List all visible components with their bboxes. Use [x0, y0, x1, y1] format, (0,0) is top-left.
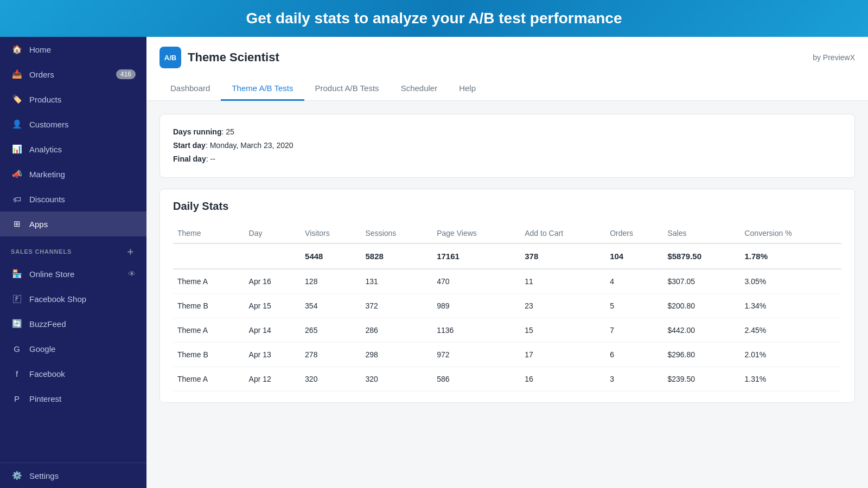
orders-badge: 416 — [116, 69, 136, 79]
table-totals-row: 5448582817161378104$5879.501.78% — [173, 243, 841, 269]
tab-scheduler[interactable]: Scheduler — [390, 77, 449, 101]
sidebar-item-apps[interactable]: ⊞ Apps — [0, 211, 146, 236]
marketing-icon: 📣 — [11, 168, 23, 180]
sidebar-item-label: Products — [29, 95, 61, 104]
totals-cell: 1.78% — [740, 243, 841, 269]
table-cell: Theme A — [173, 318, 245, 342]
totals-cell: 17161 — [432, 243, 520, 269]
table-cell: Apr 12 — [245, 367, 301, 391]
table-cell: Theme A — [173, 269, 245, 294]
final-day: Final day: -- — [173, 152, 841, 166]
home-icon: 🏠 — [11, 43, 23, 55]
sidebar-item-orders[interactable]: 📥 Orders 416 — [0, 62, 146, 87]
table-cell: 298 — [361, 342, 433, 367]
banner-text: Get daily stats to analyze your A/B test… — [246, 10, 622, 27]
app-logo: A/B — [159, 47, 181, 68]
sidebar-channel-label: Pinterest — [29, 394, 61, 403]
add-sales-channel-icon[interactable]: ＋ — [125, 245, 136, 258]
top-banner: Get daily stats to analyze your A/B test… — [0, 0, 868, 37]
sidebar-channel-label: Online Store — [29, 269, 74, 279]
table-cell: 7 — [605, 318, 663, 342]
facebook-shop-icon: 🇫 — [11, 293, 23, 305]
table-cell: 586 — [432, 367, 520, 391]
table-cell: 16 — [520, 367, 605, 391]
sidebar-item-products[interactable]: 🏷️ Products — [0, 87, 146, 112]
tabs: DashboardTheme A/B TestsProduct A/B Test… — [159, 77, 855, 100]
table-header-cell: Page Views — [432, 223, 520, 243]
daily-stats-title: Daily Stats — [173, 200, 841, 213]
sidebar-channel-label: BuzzFeed — [29, 319, 66, 329]
table-cell: 5 — [605, 293, 663, 318]
sidebar-item-buzzfeed[interactable]: 🔄 BuzzFeed — [0, 311, 146, 336]
sidebar-item-facebook-shop[interactable]: 🇫 Facebook Shop — [0, 286, 146, 311]
table-header-cell: Visitors — [301, 223, 361, 243]
sidebar-item-label: Apps — [29, 220, 48, 229]
totals-cell: 5448 — [301, 243, 361, 269]
main-content: Days running: 25 Start day: Monday, Marc… — [146, 101, 868, 488]
sidebar-item-marketing[interactable]: 📣 Marketing — [0, 162, 146, 187]
table-cell: Apr 15 — [245, 293, 301, 318]
totals-cell — [173, 243, 245, 269]
table-cell: 128 — [301, 269, 361, 294]
sidebar-item-google[interactable]: G Google — [0, 336, 146, 361]
table-cell: 4 — [605, 269, 663, 294]
totals-cell: 378 — [520, 243, 605, 269]
table-cell: 354 — [301, 293, 361, 318]
tab-theme-ab-tests[interactable]: Theme A/B Tests — [221, 77, 304, 101]
totals-cell: 104 — [605, 243, 663, 269]
table-cell: $200.80 — [663, 293, 740, 318]
table-cell: Theme B — [173, 342, 245, 367]
table-cell: 23 — [520, 293, 605, 318]
totals-cell — [245, 243, 301, 269]
table-header-cell: Day — [245, 223, 301, 243]
table-cell: Apr 14 — [245, 318, 301, 342]
sidebar-item-label: Orders — [29, 70, 54, 79]
sidebar-item-discounts[interactable]: 🏷 Discounts — [0, 187, 146, 211]
sidebar-item-label: Discounts — [29, 195, 65, 204]
table-cell: 265 — [301, 318, 361, 342]
tab-help[interactable]: Help — [448, 77, 487, 101]
facebook-icon: f — [11, 368, 23, 380]
sidebar-item-settings[interactable]: ⚙️ Settings — [0, 463, 146, 488]
eye-icon[interactable]: 👁 — [128, 269, 136, 278]
table-cell: 278 — [301, 342, 361, 367]
settings-label: Settings — [29, 471, 59, 480]
table-cell: 2.45% — [740, 318, 841, 342]
sidebar-item-home[interactable]: 🏠 Home — [0, 37, 146, 62]
orders-icon: 📥 — [11, 68, 23, 80]
table-row: Theme BApr 15354372989235$200.801.34% — [173, 293, 841, 318]
table-row: Theme AApr 16128131470114$307.053.05% — [173, 269, 841, 294]
sidebar-item-analytics[interactable]: 📊 Analytics — [0, 137, 146, 162]
sidebar-item-label: Analytics — [29, 145, 62, 154]
table-cell: 989 — [432, 293, 520, 318]
table-cell: 470 — [432, 269, 520, 294]
table-cell: 1.34% — [740, 293, 841, 318]
tab-product-ab-tests[interactable]: Product A/B Tests — [304, 77, 390, 101]
table-cell: 1136 — [432, 318, 520, 342]
table-cell: Theme B — [173, 293, 245, 318]
table-cell: 6 — [605, 342, 663, 367]
sidebar-item-online-store[interactable]: 🏪 Online Store 👁 — [0, 261, 146, 286]
table-cell: 15 — [520, 318, 605, 342]
sidebar-channel-label: Google — [29, 344, 55, 354]
google-icon: G — [11, 343, 23, 355]
sidebar-item-pinterest[interactable]: P Pinterest — [0, 386, 146, 411]
daily-stats-table: ThemeDayVisitorsSessionsPage ViewsAdd to… — [173, 223, 841, 391]
table-cell: Apr 16 — [245, 269, 301, 294]
sidebar-item-customers[interactable]: 👤 Customers — [0, 112, 146, 137]
table-cell: 1.31% — [740, 367, 841, 391]
customers-icon: 👤 — [11, 118, 23, 130]
app-title: Theme Scientist — [188, 50, 279, 65]
tab-dashboard[interactable]: Dashboard — [159, 77, 221, 101]
totals-cell: $5879.50 — [663, 243, 740, 269]
sidebar-channel-label: Facebook — [29, 369, 65, 378]
table-cell: $442.00 — [663, 318, 740, 342]
sidebar: 🏠 Home 📥 Orders 416 🏷️ Products 👤 Custom… — [0, 37, 146, 488]
table-header-cell: Theme — [173, 223, 245, 243]
table-row: Theme BApr 13278298972176$296.802.01% — [173, 342, 841, 367]
sidebar-item-label: Customers — [29, 120, 69, 129]
sidebar-item-facebook[interactable]: f Facebook — [0, 361, 146, 386]
apps-icon: ⊞ — [11, 218, 23, 230]
table-cell: 11 — [520, 269, 605, 294]
table-row: Theme AApr 142652861136157$442.002.45% — [173, 318, 841, 342]
